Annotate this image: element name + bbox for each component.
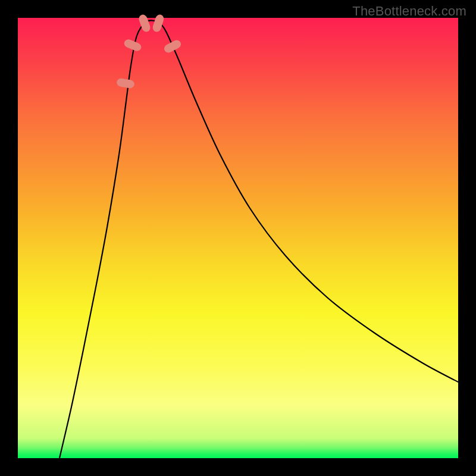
- trough-marker-group: [116, 14, 183, 89]
- trough-marker-left-upper: [116, 78, 135, 89]
- trough-marker-left-lower: [123, 38, 142, 52]
- trough-marker-right: [162, 39, 182, 54]
- chart-frame: TheBottleneck.com: [0, 0, 476, 476]
- trough-marker-bottom-right: [152, 14, 165, 33]
- curve-layer: [18, 18, 458, 458]
- attribution-label: TheBottleneck.com: [352, 4, 466, 19]
- plot-area: [18, 18, 458, 458]
